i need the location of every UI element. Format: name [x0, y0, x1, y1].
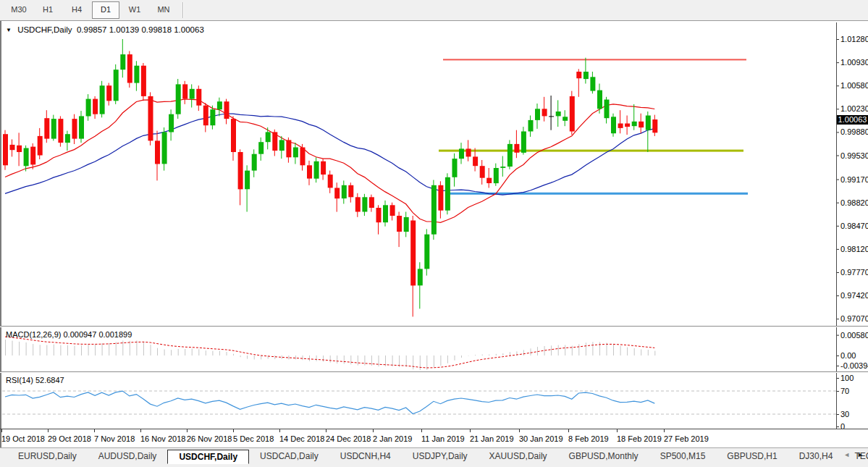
price-axis-label: 0.97070 [840, 314, 868, 323]
macd-axis-label: -0.003945 [840, 361, 868, 370]
timeframe-button-mn[interactable]: MN [150, 1, 177, 19]
price-axis-label: 0.98820 [840, 198, 868, 207]
price-axis-label: 0.98120 [840, 245, 868, 253]
tab-audusd-daily[interactable]: AUDUSD,Daily [88, 450, 168, 463]
price-axis-label: 0.98470 [840, 222, 868, 230]
rsi-axis-label: 30 [840, 410, 849, 418]
pane-separator-highlight [0, 372, 868, 373]
toolbar-separator [182, 2, 184, 18]
pane-separator-highlight [0, 327, 868, 327]
tab-usdcad-daily[interactable]: USDCAD,Daily [249, 450, 329, 463]
date-axis-label: 21 Jan 2019 [470, 434, 514, 443]
timeframe-button-m30[interactable]: M30 [5, 1, 33, 19]
tab-usdcnh-h4[interactable]: USDCNH,H4 [329, 450, 402, 463]
date-axis-label: 30 Jan 2019 [519, 434, 563, 443]
date-axis-label: 27 Feb 2019 [664, 434, 709, 443]
timeframe-button-d1[interactable]: D1 [92, 1, 119, 19]
price-axis-label: 0.99530 [840, 151, 868, 160]
chart-ohlc-values: 0.99857 1.00139 0.99818 1.00063 [77, 25, 204, 34]
chart-window[interactable] [0, 21, 868, 447]
tab-scroll-right-icon[interactable]: ► [857, 450, 864, 459]
timeframe-button-w1[interactable]: W1 [121, 1, 148, 19]
timeframe-toolbar: M30H1H4D1W1MN [0, 0, 868, 21]
price-axis-label: 0.99170 [840, 175, 868, 184]
price-axis-label: 0.97420 [840, 291, 868, 300]
chart-title: ▼ USDCHF,Daily 0.99857 1.00139 0.99818 1… [6, 25, 204, 34]
rsi-axis-label: 0 [840, 422, 845, 431]
date-axis-label: 5 Dec 2018 [233, 434, 274, 443]
price-axis-label: 1.00230 [840, 104, 868, 113]
rsi-indicator-label: RSI(14) 52.6847 [6, 376, 64, 384]
timeframe-button-h4[interactable]: H4 [63, 1, 90, 19]
date-axis-label: 24 Dec 2018 [326, 434, 371, 443]
date-axis-label: 7 Nov 2018 [94, 434, 135, 443]
date-axis-label: 26 Nov 2018 [187, 434, 232, 443]
timeframe-button-h1[interactable]: H1 [34, 1, 62, 19]
symbol-tab-bar: EURUSD,DailyAUDUSD,DailyUSDCHF,DailyUSDC… [0, 447, 868, 467]
date-axis-label: 16 Nov 2018 [140, 434, 185, 443]
tab-xauusd-daily[interactable]: XAUUSD,Daily [479, 450, 558, 463]
date-axis-label: 11 Jan 2019 [421, 434, 465, 443]
price-axis-label: 1.00580 [840, 81, 868, 90]
date-axis-label: 18 Feb 2019 [617, 434, 662, 443]
chart-symbol-label: USDCHF,Daily [17, 25, 72, 34]
date-axis-line [0, 429, 868, 429]
tab-usdchf-daily[interactable]: USDCHF,Daily [167, 450, 249, 464]
tab-dj30-h4[interactable]: DJ30,H4 [788, 450, 844, 463]
date-axis-label: 14 Dec 2018 [279, 434, 324, 443]
tab-scroll-left-icon[interactable]: ◄ [843, 450, 850, 459]
tab-gbpusd-h1[interactable]: GBPUSD,H1 [716, 450, 788, 463]
macd-indicator-label: MACD(12,26,9) 0.000947 0.001899 [6, 330, 132, 339]
rsi-axis-label: 100 [840, 374, 854, 382]
axis-divider [836, 22, 837, 429]
price-axis-label: 1.01280 [840, 35, 868, 43]
tab-gbpusd-monthly[interactable]: GBPUSD,Monthly [558, 450, 649, 463]
date-axis-label: 8 Feb 2019 [568, 434, 609, 443]
date-axis-label: 2 Jan 2019 [373, 434, 412, 443]
trading-platform-window: M30H1H4D1W1MN ▼ USDCHF,Daily 0.99857 1.0… [0, 0, 868, 467]
price-axis-label: 0.97770 [840, 268, 868, 277]
price-axis-label: 1.00930 [840, 58, 868, 67]
tab-sp500-m15[interactable]: SP500,M15 [649, 450, 717, 463]
tab-scroll-arrows: ◄ ► [843, 450, 864, 459]
date-axis-label: 19 Oct 2018 [1, 434, 45, 443]
date-axis-label: 29 Oct 2018 [48, 434, 91, 443]
rsi-axis-label: 70 [840, 387, 849, 395]
current-price-tag: 1.00063 [837, 115, 868, 125]
macd-axis-label: 0.00 [840, 351, 856, 360]
price-axis-label: 0.99880 [840, 127, 868, 136]
tab-eurusd-daily[interactable]: EURUSD,Daily [7, 450, 88, 463]
macd-axis-label: 0.005802 [840, 331, 868, 340]
tab-usdjpy-daily[interactable]: USDJPY,Daily [402, 450, 479, 463]
chart-dropdown-icon[interactable]: ▼ [6, 27, 12, 33]
